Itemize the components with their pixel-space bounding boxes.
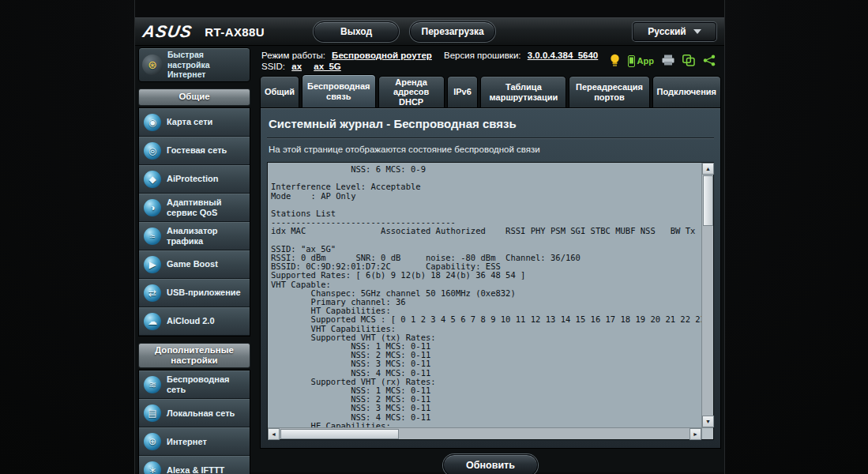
sidebar-item-adaptive-qos[interactable]: ◑ Адаптивный сервис QoS — [139, 194, 250, 222]
sidebar-item-label: Game Boost — [167, 259, 218, 269]
logout-button[interactable]: Выход — [314, 21, 399, 42]
sidebar-item-aicloud[interactable]: ☁ AiCloud 2.0 — [139, 307, 250, 336]
sidebar-item-label: Адаптивный сервис QoS — [167, 198, 245, 218]
sidebar-item-network-map[interactable]: ◉ Карта сети — [139, 108, 250, 137]
scroll-left-icon[interactable]: ◄ — [268, 428, 280, 440]
app-label: App — [637, 56, 654, 66]
firmware-label: Версия прошивки: — [444, 51, 521, 60]
vertical-scroll-track[interactable] — [702, 227, 713, 416]
section-header-general: Общие — [138, 88, 250, 106]
sidebar-item-alexa-ifttt[interactable]: ∗ Alexa & IFTTT — [139, 456, 250, 474]
tab-routing-table[interactable]: Таблица маршрутизации — [480, 76, 566, 107]
globe-icon: ⊕ — [144, 433, 161, 450]
printer-icon[interactable] — [662, 55, 674, 67]
tab-ipv6[interactable]: IPv6 — [447, 76, 479, 107]
sidebar-item-usb-application[interactable]: ⇄ USB-приложение — [139, 279, 250, 307]
horizontal-scroll-thumb[interactable] — [280, 429, 399, 439]
wireless-icon: ≋ — [144, 376, 161, 393]
shield-icon: ◆ — [144, 171, 161, 188]
sidebar-item-label: AiCloud 2.0 — [167, 316, 215, 326]
quick-setup-label: Быстрая настройка Интернет — [167, 50, 246, 80]
sidebar-item-label: Alexa & IFTTT — [167, 465, 224, 474]
router-admin-window: ASUS RT-AX88U Выход Перезагрузка Русский… — [134, 0, 725, 474]
horizontal-scrollbar[interactable]: ◄ ► — [268, 427, 701, 439]
app-download-icon[interactable]: App — [628, 55, 654, 67]
network-map-icon: ◉ — [144, 114, 161, 131]
sidebar-item-wireless[interactable]: ≋ Беспроводная сеть — [139, 371, 250, 399]
top-header: ASUS RT-AX88U Выход Перезагрузка Русский — [135, 17, 724, 46]
sidebar-item-lan[interactable]: ▤ Локальная сеть — [139, 399, 250, 427]
sidebar-general-items: ◉ Карта сети ◎ Гостевая сеть ◆ AiProtect… — [138, 107, 250, 337]
sidebar-item-label: Локальная сеть — [167, 408, 235, 419]
scroll-up-icon[interactable]: ▲ — [702, 163, 714, 175]
log-viewer: NSS: 6 MCS: 0-9 Interference Level: Acce… — [267, 162, 714, 440]
title-divider — [267, 137, 714, 139]
page-description: На этой странице отображаются состояние … — [269, 145, 712, 154]
status-infobar: Режим работы: Беспроводной роутер Версия… — [260, 47, 721, 74]
tab-wireless[interactable]: Беспроводная связь — [302, 74, 376, 107]
desktop-background: ASUS RT-AX88U Выход Перезагрузка Русский… — [0, 0, 868, 474]
log-panel: Системный журнал - Беспроводная связь На… — [260, 107, 721, 449]
asus-logo: ASUS — [141, 22, 194, 41]
page-title: Системный журнал - Беспроводная связь — [269, 117, 712, 130]
ssid-2g-link[interactable]: ax — [291, 62, 302, 71]
sidebar-item-label: Беспроводная сеть — [167, 374, 245, 395]
main-content: Режим работы: Беспроводной роутер Версия… — [260, 47, 721, 472]
sidebar-item-label: AiProtection — [167, 174, 218, 184]
horizontal-scroll-track[interactable] — [400, 428, 690, 439]
quick-setup-icon: ⊛ — [142, 55, 163, 75]
scroll-down-icon[interactable]: ▼ — [702, 416, 714, 427]
sidebar-item-quick-setup[interactable]: ⊛ Быстрая настройка Интернет — [138, 47, 250, 82]
sidebar-item-aiprotection[interactable]: ◆ AiProtection — [139, 165, 250, 194]
sidebar-advanced-items: ≋ Беспроводная сеть ▤ Локальная сеть ⊕ И… — [138, 370, 250, 474]
log-text[interactable]: NSS: 6 MCS: 0-9 Interference Level: Acce… — [268, 163, 701, 427]
sidebar: ⊛ Быстрая настройка Интернет Общие ◉ Кар… — [138, 47, 250, 472]
led-bulb-icon[interactable] — [610, 54, 620, 69]
ssid-label: SSID: — [261, 62, 285, 71]
language-label: Русский — [648, 26, 686, 37]
sidebar-item-label: Анализатор трафика — [167, 226, 245, 246]
network-share-icon[interactable] — [703, 55, 716, 68]
body-row: ⊛ Быстрая настройка Интернет Общие ◉ Кар… — [135, 46, 724, 472]
sidebar-item-label: Интернет — [167, 437, 207, 447]
guest-network-icon: ◎ — [144, 142, 161, 160]
tab-dhcp-leases[interactable]: Аренда адресов DHCP — [378, 76, 445, 107]
gamepad-icon: ▶ — [144, 256, 161, 273]
tab-connections[interactable]: Подключения — [652, 76, 721, 107]
sidebar-item-game-boost[interactable]: ▶ Game Boost — [139, 250, 250, 279]
ssid-5g-link[interactable]: ax_5G — [314, 62, 341, 71]
sidebar-item-traffic-analyzer[interactable]: ≈ Анализатор трафика — [139, 222, 250, 250]
language-select[interactable]: Русский — [633, 22, 716, 41]
vertical-scroll-thumb[interactable] — [703, 175, 713, 226]
section-header-advanced: Дополнительные настройки — [138, 343, 250, 368]
infobar-texts: Режим работы: Беспроводной роутер Версия… — [261, 50, 607, 73]
refresh-button[interactable]: Обновить — [443, 454, 538, 474]
mesh-nodes-icon[interactable] — [682, 55, 695, 68]
reboot-button[interactable]: Перезагрузка — [410, 21, 495, 42]
router-model: RT-AX88U — [205, 25, 265, 39]
tab-general[interactable]: Общий — [260, 76, 299, 107]
scroll-right-icon[interactable]: ► — [690, 428, 701, 440]
cloud-icon: ☁ — [144, 313, 161, 330]
log-tabs: Общий Беспроводная связь Аренда адресов … — [260, 74, 721, 107]
sidebar-item-label: USB-приложение — [167, 288, 241, 298]
sidebar-item-wan[interactable]: ⊕ Интернет — [139, 427, 250, 456]
lan-monitor-icon: ▤ — [144, 404, 161, 422]
qos-gauge-icon: ◑ — [144, 199, 161, 216]
alexa-icon: ∗ — [144, 461, 161, 474]
scrollbar-corner — [701, 427, 713, 439]
traffic-wave-icon: ≈ — [144, 228, 161, 245]
status-icons: App — [610, 54, 720, 69]
chevron-down-icon — [693, 29, 701, 34]
firmware-version-link[interactable]: 3.0.0.4.384_5640 — [528, 51, 599, 60]
operation-mode-link[interactable]: Беспроводной роутер — [332, 51, 432, 60]
sidebar-item-label: Гостевая сеть — [167, 145, 227, 156]
vertical-scrollbar[interactable]: ▲ ▼ — [701, 163, 713, 427]
usb-icon: ⇄ — [144, 284, 161, 302]
tab-port-forwarding[interactable]: Переадресация портов — [569, 76, 649, 107]
operation-mode-label: Режим работы: — [261, 51, 325, 60]
sidebar-item-label: Карта сети — [167, 117, 212, 127]
sidebar-item-guest-network[interactable]: ◎ Гостевая сеть — [139, 137, 250, 165]
